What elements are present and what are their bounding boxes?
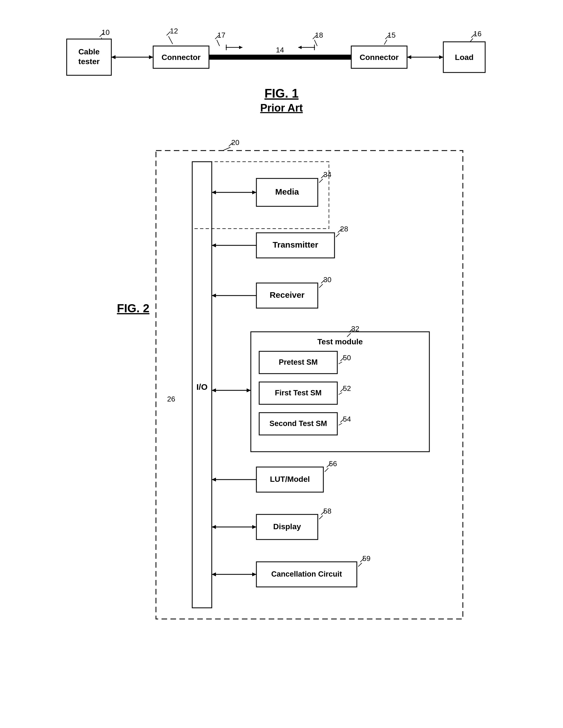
svg-line-11 (315, 40, 317, 46)
io-label: I/O (196, 382, 207, 391)
svg-line-20 (470, 38, 473, 42)
svg-line-29 (336, 233, 340, 237)
second-test-sm-label: Second Test SM (269, 419, 327, 428)
svg-line-45 (325, 468, 329, 472)
svg-marker-48 (252, 525, 256, 529)
cable-tester-label2: tester (78, 57, 100, 66)
fig1-diagram: Cable tester 10 Connector 12 14 17 18 Co… (58, 11, 505, 117)
svg-marker-37 (246, 388, 251, 392)
ref-15: 15 (388, 31, 396, 39)
svg-marker-44 (212, 478, 216, 482)
svg-line-32 (319, 284, 323, 288)
ref-12: 12 (170, 27, 178, 35)
ref-16: 16 (473, 30, 482, 38)
svg-marker-3 (149, 55, 153, 59)
svg-marker-9 (239, 46, 242, 49)
load-label: Load (455, 53, 474, 62)
ref-17: 17 (217, 31, 225, 39)
svg-line-16 (384, 40, 387, 45)
svg-line-4 (168, 36, 173, 44)
pretest-sm-label: Pretest SM (279, 358, 318, 366)
fig1-subtitle: Prior Art (260, 102, 303, 114)
media-label: Media (275, 187, 299, 196)
connector-left-label: Connector (161, 53, 200, 62)
svg-marker-52 (252, 572, 256, 576)
fig2-title: FIG. 2 (117, 302, 149, 315)
svg-line-26 (319, 179, 323, 183)
lut-label: LUT/Model (270, 475, 310, 483)
test-module-label: Test module (318, 337, 363, 346)
svg-line-6 (217, 40, 219, 46)
svg-line-53 (358, 563, 362, 567)
svg-marker-2 (111, 55, 115, 59)
fig2-diagram: FIG. 2 20 I/O 26 Media 34 Transmitter 28… (72, 123, 491, 652)
svg-marker-36 (212, 388, 216, 392)
connector-right-label: Connector (360, 53, 399, 62)
receiver-label: Receiver (269, 290, 305, 299)
ref-10: 10 (101, 28, 110, 37)
cable-tester-label: Cable (78, 47, 100, 56)
svg-marker-31 (212, 294, 216, 298)
fig1-title: FIG. 1 (264, 86, 299, 100)
svg-marker-24 (212, 190, 216, 194)
svg-marker-47 (212, 525, 216, 529)
svg-marker-25 (252, 190, 256, 194)
svg-marker-51 (212, 572, 216, 576)
display-label: Display (273, 522, 301, 531)
svg-marker-19 (439, 55, 443, 59)
svg-marker-14 (298, 46, 302, 49)
cancellation-circuit-label: Cancellation Circuit (271, 570, 342, 578)
ref-18: 18 (315, 31, 323, 39)
first-test-sm-label: First Test SM (275, 389, 322, 397)
svg-line-22 (223, 147, 230, 151)
ref-14: 14 (276, 46, 284, 54)
ref-26: 26 (167, 395, 175, 403)
svg-marker-18 (407, 55, 411, 59)
transmitter-label: Transmitter (272, 240, 318, 249)
svg-marker-28 (212, 243, 216, 247)
svg-line-49 (319, 516, 323, 519)
